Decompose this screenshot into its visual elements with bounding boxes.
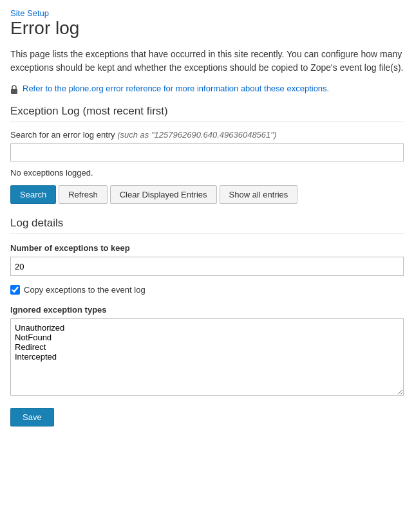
save-button[interactable]: Save xyxy=(10,408,54,427)
number-of-exceptions-input[interactable] xyxy=(10,257,404,276)
lock-link-row: Refer to the plone.org error reference f… xyxy=(10,84,404,93)
no-exceptions-message: No exceptions logged. xyxy=(10,168,404,178)
page-description: This page lists the exceptions that have… xyxy=(10,48,404,75)
button-row: Search Refresh Clear Displayed Entries S… xyxy=(10,185,404,204)
svg-rect-0 xyxy=(11,89,17,94)
exception-section-title: Exception Log (most recent first) xyxy=(10,105,404,122)
lock-icon xyxy=(10,85,19,94)
page-title: Error log xyxy=(10,18,404,39)
search-label: Search for an error log entry xyxy=(10,130,115,140)
copy-exceptions-row: Copy exceptions to the event log xyxy=(10,285,404,295)
log-details-title: Log details xyxy=(10,217,404,234)
search-button[interactable]: Search xyxy=(10,185,56,204)
ignored-exception-types-textarea[interactable] xyxy=(10,318,404,396)
copy-exceptions-checkbox[interactable] xyxy=(10,285,20,295)
error-reference-link[interactable]: Refer to the plone.org error reference f… xyxy=(23,84,329,93)
clear-displayed-entries-button[interactable]: Clear Displayed Entries xyxy=(110,185,217,204)
ignored-exception-types-label: Ignored exception types xyxy=(10,305,404,315)
breadcrumb[interactable]: Site Setup xyxy=(10,8,404,18)
copy-exceptions-label[interactable]: Copy exceptions to the event log xyxy=(24,285,146,295)
number-of-exceptions-label: Number of exceptions to keep xyxy=(10,243,404,253)
show-all-entries-button[interactable]: Show all entries xyxy=(220,185,298,204)
breadcrumb-link[interactable]: Site Setup xyxy=(10,8,49,18)
search-input[interactable] xyxy=(10,143,404,161)
search-hint: (such as "1257962690.640.49636048561") xyxy=(117,130,276,140)
refresh-button[interactable]: Refresh xyxy=(59,185,108,204)
search-label-row: Search for an error log entry (such as "… xyxy=(10,130,404,140)
